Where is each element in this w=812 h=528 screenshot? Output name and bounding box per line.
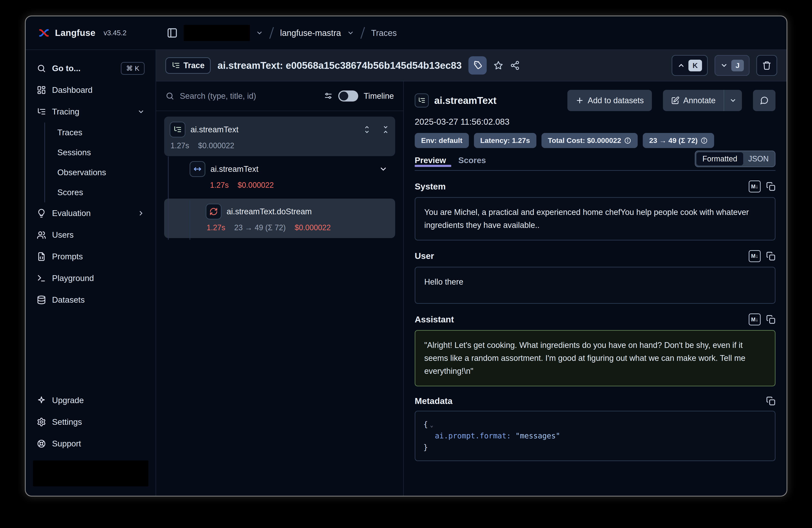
dashboard-icon bbox=[37, 85, 46, 95]
tracing-submenu: Traces Sessions Observations Scores bbox=[44, 123, 150, 202]
sidebar-item-label: Settings bbox=[52, 417, 82, 427]
breadcrumb-page[interactable]: Traces bbox=[371, 28, 397, 38]
tab-scores[interactable]: Scores bbox=[458, 156, 486, 165]
format-toggle: Formatted JSON bbox=[695, 151, 775, 167]
tree-row-generation-selected[interactable]: ai.streamText.doStream 1.27s 23 → 49 (Σ … bbox=[164, 199, 395, 238]
database-icon bbox=[37, 295, 46, 304]
sidebar-item-tracing[interactable]: Tracing bbox=[31, 101, 150, 123]
copy-icon[interactable] bbox=[766, 252, 775, 261]
sidebar-item-playground[interactable]: Playground bbox=[31, 267, 150, 289]
sidebar-item-evaluation[interactable]: Evaluation bbox=[31, 202, 150, 224]
next-trace-button[interactable]: J bbox=[714, 55, 750, 76]
chevron-down-icon[interactable] bbox=[347, 29, 354, 37]
json-open-brace: { bbox=[423, 420, 428, 429]
latency-metric: 1.27s bbox=[210, 181, 229, 190]
sidebar-item-support[interactable]: Support bbox=[31, 433, 150, 455]
annotate-button[interactable]: Annotate bbox=[663, 90, 724, 111]
chevron-right-icon bbox=[137, 210, 145, 217]
app-name: Langfuse bbox=[55, 28, 96, 38]
tree-row-title: ai.streamText bbox=[190, 125, 238, 134]
redacted-organization-name[interactable] bbox=[184, 25, 250, 41]
sidebar-item-scores[interactable]: Scores bbox=[56, 183, 150, 202]
delete-trace-button[interactable] bbox=[756, 55, 777, 76]
sidebar-item-observations[interactable]: Observations bbox=[56, 162, 150, 183]
tag-button[interactable] bbox=[468, 56, 487, 74]
timeline-toggle-label: Timeline bbox=[364, 91, 394, 101]
annotate-label: Annotate bbox=[683, 96, 715, 105]
pencil-square-icon bbox=[671, 96, 680, 105]
sidebar-item-prompts[interactable]: Prompts bbox=[31, 246, 150, 267]
copy-icon[interactable] bbox=[766, 396, 775, 406]
json-collapse-caret[interactable]: ⌄ bbox=[430, 422, 433, 428]
sidebar-toggle-icon[interactable] bbox=[167, 27, 178, 39]
timeline-toggle[interactable] bbox=[338, 90, 358, 101]
chevron-down-icon[interactable] bbox=[379, 165, 388, 173]
add-to-datasets-button[interactable]: Add to datasets bbox=[567, 90, 652, 111]
plus-icon bbox=[576, 96, 584, 105]
gear-icon bbox=[37, 417, 46, 427]
add-to-datasets-label: Add to datasets bbox=[588, 96, 644, 105]
token-usage-badge[interactable]: 23 → 49 (Σ 72) bbox=[643, 133, 714, 148]
tree-row-root[interactable]: ai.streamText 1.27s bbox=[164, 117, 395, 156]
breadcrumb-divider bbox=[269, 27, 274, 39]
latency-metric: 1.27s bbox=[171, 141, 189, 150]
markdown-toggle-icon[interactable]: M↓ bbox=[749, 313, 760, 325]
trace-title: ai.streamText: e00568a15c38674b56b145d54… bbox=[217, 60, 462, 71]
sidebar-item-label: Go to... bbox=[52, 64, 81, 73]
sidebar-item-label: Sessions bbox=[57, 148, 91, 157]
goto-shortcut-badge: ⌘ K bbox=[121, 62, 145, 75]
tree-row-span[interactable]: ai.streamText 1.27s $0.000022 bbox=[164, 156, 395, 196]
total-cost-badge[interactable]: Total Cost: $0.000022 bbox=[541, 133, 638, 148]
sidebar-item-label: Traces bbox=[57, 128, 82, 137]
collapse-all-icon[interactable] bbox=[381, 126, 390, 133]
app-window: Langfuse v3.45.2 langfuse-mastra Traces bbox=[25, 15, 787, 497]
tree-row-title: ai.streamText bbox=[211, 165, 258, 174]
breadcrumb-project[interactable]: langfuse-mastra bbox=[280, 28, 341, 38]
section-label: Assistant bbox=[415, 315, 743, 325]
terminal-icon bbox=[37, 274, 46, 283]
markdown-toggle-icon[interactable]: M↓ bbox=[749, 250, 760, 262]
trace-node-icon bbox=[415, 94, 429, 108]
sidebar-item-datasets[interactable]: Datasets bbox=[31, 289, 150, 311]
previous-trace-button[interactable]: K bbox=[672, 55, 708, 76]
trace-node-icon bbox=[170, 122, 185, 138]
json-close-brace: } bbox=[423, 443, 428, 452]
sidebar-item-label: Playground bbox=[52, 274, 94, 283]
cost-metric: $0.000022 bbox=[294, 223, 331, 232]
copy-icon[interactable] bbox=[766, 182, 775, 191]
copy-icon[interactable] bbox=[766, 315, 775, 324]
sidebar-item-traces[interactable]: Traces bbox=[56, 123, 150, 143]
sidebar-item-settings[interactable]: Settings bbox=[31, 411, 150, 433]
sidebar: Go to... ⌘ K Dashboard Tracing bbox=[26, 50, 156, 496]
sidebar-item-label: Tracing bbox=[52, 107, 79, 116]
sidebar-item-sessions[interactable]: Sessions bbox=[56, 143, 150, 162]
share-icon[interactable] bbox=[510, 60, 520, 70]
search-input[interactable] bbox=[180, 91, 318, 101]
section-label: System bbox=[415, 182, 743, 191]
chevron-down-icon bbox=[729, 97, 737, 104]
redacted-user-account[interactable] bbox=[33, 460, 148, 486]
star-icon[interactable] bbox=[493, 60, 503, 70]
expand-all-icon[interactable] bbox=[363, 126, 371, 133]
markdown-toggle-icon[interactable]: M↓ bbox=[749, 181, 760, 192]
filter-sliders-icon[interactable] bbox=[324, 91, 333, 100]
section-label: User bbox=[415, 251, 743, 261]
generation-node-icon bbox=[206, 204, 221, 219]
sidebar-item-upgrade[interactable]: Upgrade bbox=[31, 389, 150, 411]
format-toggle-formatted[interactable]: Formatted bbox=[696, 152, 743, 166]
breadcrumb-divider bbox=[360, 27, 365, 39]
langfuse-logo-icon bbox=[38, 27, 50, 39]
comments-button[interactable] bbox=[753, 90, 775, 111]
format-toggle-json[interactable]: JSON bbox=[743, 152, 774, 166]
lifebuoy-icon bbox=[37, 439, 46, 448]
sidebar-item-dashboard[interactable]: Dashboard bbox=[31, 79, 150, 101]
observation-title: ai.streamText bbox=[434, 95, 496, 106]
tab-preview[interactable]: Preview bbox=[415, 156, 446, 165]
annotate-dropdown-button[interactable] bbox=[724, 90, 742, 111]
observation-tree-panel: Timeline ai.streamText bbox=[156, 81, 404, 496]
sidebar-item-goto[interactable]: Go to... ⌘ K bbox=[31, 58, 150, 79]
chevron-down-icon[interactable] bbox=[256, 29, 263, 37]
sidebar-item-users[interactable]: Users bbox=[31, 224, 150, 246]
sidebar-item-label: Evaluation bbox=[52, 209, 91, 218]
tree-guide-line bbox=[168, 157, 169, 240]
